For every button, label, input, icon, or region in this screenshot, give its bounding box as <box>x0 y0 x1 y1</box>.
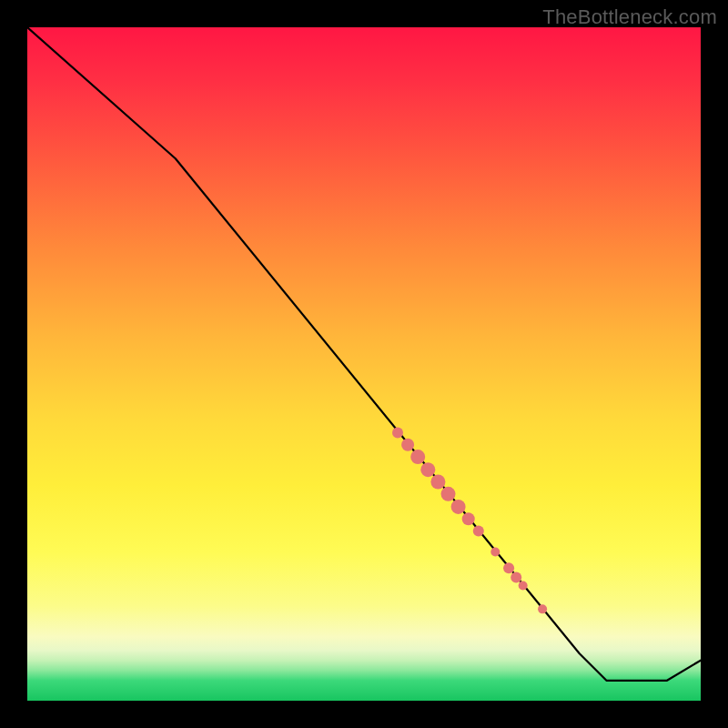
chart-plot-area <box>27 27 701 701</box>
chart-marker <box>511 572 521 583</box>
chart-marker <box>503 562 514 573</box>
chart-marker <box>462 512 475 525</box>
chart-marker <box>473 526 484 537</box>
chart-marker <box>410 450 425 464</box>
chart-marker <box>519 581 528 590</box>
chart-marker <box>538 604 547 613</box>
chart-marker <box>420 462 435 477</box>
chart-marker <box>441 487 456 501</box>
watermark-text: TheBottleneck.com <box>542 5 717 29</box>
chart-marker <box>490 547 500 556</box>
chart-line-series <box>27 27 701 681</box>
chart-marker <box>401 439 414 451</box>
chart-markers-group <box>392 427 547 613</box>
chart-marker <box>430 475 445 490</box>
chart-marker <box>451 500 466 514</box>
chart-marker <box>392 427 403 438</box>
chart-svg <box>27 27 701 701</box>
